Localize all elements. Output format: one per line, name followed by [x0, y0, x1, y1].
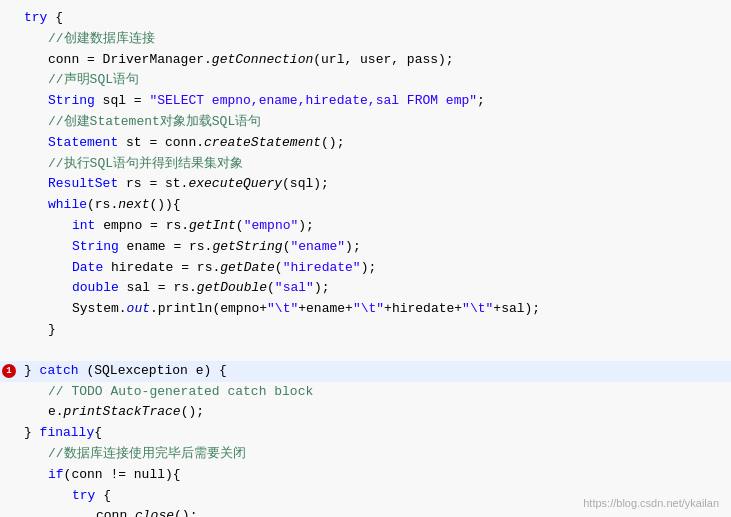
- line-content: //声明SQL语句: [0, 70, 723, 91]
- token: if: [48, 467, 64, 482]
- token: "sal": [275, 280, 314, 295]
- token: +ename+: [298, 301, 353, 316]
- token: // TODO Auto-generated catch block: [48, 384, 313, 399]
- token: st = conn.: [126, 135, 204, 150]
- token: //数据库连接使用完毕后需要关闭: [48, 446, 246, 461]
- token: sal = rs.: [127, 280, 197, 295]
- token: }: [24, 363, 40, 378]
- token: ename = rs.: [127, 239, 213, 254]
- token: //创建数据库连接: [48, 31, 155, 46]
- token: ResultSet: [48, 176, 126, 191]
- line-content: try {: [0, 8, 723, 29]
- token: //声明SQL语句: [48, 72, 139, 87]
- token: Statement: [48, 135, 126, 150]
- token: out: [127, 301, 150, 316]
- line-content: Date hiredate = rs.getDate("hiredate");: [0, 258, 723, 279]
- token: getDouble: [197, 280, 267, 295]
- line-content: e.printStackTrace();: [0, 402, 723, 423]
- code-line: // TODO Auto-generated catch block: [0, 382, 731, 403]
- token: (: [275, 260, 283, 275]
- code-line: e.printStackTrace();: [0, 402, 731, 423]
- code-line: [0, 341, 731, 361]
- token: {: [103, 488, 111, 503]
- line-content: // TODO Auto-generated catch block: [0, 382, 723, 403]
- token: "SELECT empno,ename,hiredate,sal FROM em…: [149, 93, 477, 108]
- code-line: String ename = rs.getString("ename");: [0, 237, 731, 258]
- line-content: } finally{: [0, 423, 723, 444]
- line-content: String sql = "SELECT empno,ename,hiredat…: [0, 91, 723, 112]
- code-line: try {: [0, 8, 731, 29]
- token: (url, user, pass);: [313, 52, 453, 67]
- token: (conn != null){: [64, 467, 181, 482]
- code-line: }: [0, 320, 731, 341]
- token: conn.: [96, 508, 135, 517]
- line-content: System.out.println(empno+"\t"+ename+"\t"…: [0, 299, 723, 320]
- code-line: String sql = "SELECT empno,ename,hiredat…: [0, 91, 731, 112]
- token: ();: [174, 508, 197, 517]
- code-line: ResultSet rs = st.executeQuery(sql);: [0, 174, 731, 195]
- code-line: //创建数据库连接: [0, 29, 731, 50]
- token: (: [267, 280, 275, 295]
- code-line: double sal = rs.getDouble("sal");: [0, 278, 731, 299]
- line-content: String ename = rs.getString("ename");: [0, 237, 723, 258]
- code-line: //声明SQL语句: [0, 70, 731, 91]
- line-content: if(conn != null){: [0, 465, 723, 486]
- token: try: [72, 488, 103, 503]
- token: {: [55, 10, 63, 25]
- token: hiredate = rs.: [111, 260, 220, 275]
- breakpoint-dot: 1: [2, 364, 16, 378]
- token: ();: [321, 135, 344, 150]
- token: "\t": [353, 301, 384, 316]
- token: getConnection: [212, 52, 313, 67]
- token: ()){: [149, 197, 180, 212]
- code-line: Date hiredate = rs.getDate("hiredate");: [0, 258, 731, 279]
- token: (SQLexception e) {: [86, 363, 226, 378]
- token: executeQuery: [188, 176, 282, 191]
- token: (sql);: [282, 176, 329, 191]
- code-line: //数据库连接使用完毕后需要关闭: [0, 444, 731, 465]
- token: }: [48, 322, 56, 337]
- line-content: conn = DriverManager.getConnection(url, …: [0, 50, 723, 71]
- token: finally: [40, 425, 95, 440]
- token: conn = DriverManager.: [48, 52, 212, 67]
- token: (: [236, 218, 244, 233]
- token: createStatement: [204, 135, 321, 150]
- token: rs = st.: [126, 176, 188, 191]
- watermark: https://blog.csdn.net/ykailan: [583, 497, 719, 509]
- line-content: double sal = rs.getDouble("sal");: [0, 278, 723, 299]
- token: sql =: [103, 93, 150, 108]
- code-line: if(conn != null){: [0, 465, 731, 486]
- token: String: [72, 239, 127, 254]
- token: }: [24, 425, 40, 440]
- code-line: } finally{: [0, 423, 731, 444]
- token: double: [72, 280, 127, 295]
- code-line: conn = DriverManager.getConnection(url, …: [0, 50, 731, 71]
- token: System.: [72, 301, 127, 316]
- token: "ename": [290, 239, 345, 254]
- token: );: [298, 218, 314, 233]
- code-line: System.out.println(empno+"\t"+ename+"\t"…: [0, 299, 731, 320]
- token: String: [48, 93, 103, 108]
- code-line: int empno = rs.getInt("empno");: [0, 216, 731, 237]
- token: next: [118, 197, 149, 212]
- code-line: //执行SQL语句并得到结果集对象: [0, 154, 731, 175]
- token: Date: [72, 260, 111, 275]
- token: try: [24, 10, 55, 25]
- token: catch: [40, 363, 87, 378]
- line-content: ResultSet rs = st.executeQuery(sql);: [0, 174, 723, 195]
- token: "\t": [267, 301, 298, 316]
- token: "\t": [462, 301, 493, 316]
- token: "empno": [244, 218, 299, 233]
- line-content: while(rs.next()){: [0, 195, 723, 216]
- code-line: while(rs.next()){: [0, 195, 731, 216]
- token: getString: [212, 239, 282, 254]
- token: "hiredate": [283, 260, 361, 275]
- token: );: [361, 260, 377, 275]
- line-content: } catch (SQLexception e) {: [0, 361, 723, 382]
- token: );: [345, 239, 361, 254]
- code-content: try {//创建数据库连接conn = DriverManager.getCo…: [0, 0, 731, 517]
- line-content: //创建Statement对象加载SQL语句: [0, 112, 723, 133]
- token: ();: [181, 404, 204, 419]
- token: ;: [477, 93, 485, 108]
- line-content: //数据库连接使用完毕后需要关闭: [0, 444, 723, 465]
